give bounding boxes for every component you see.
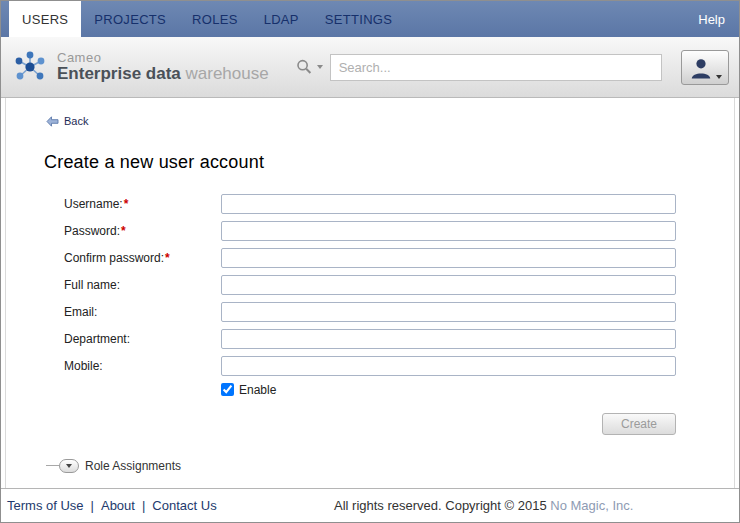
company-name: No Magic, Inc. (550, 498, 633, 513)
mobile-label: Mobile: (64, 359, 221, 373)
link-separator: | (142, 498, 145, 513)
role-assignments-toggle-button[interactable] (59, 459, 79, 473)
tab-users[interactable]: USERS (9, 1, 81, 37)
search-input[interactable] (330, 54, 662, 81)
email-label: Email: (64, 305, 221, 319)
form-row: Username:* (64, 194, 734, 214)
contact-us-link[interactable]: Contact Us (152, 498, 216, 513)
enable-label: Enable (239, 383, 276, 397)
actions-row: Create (64, 413, 676, 435)
tab-roles[interactable]: ROLES (179, 1, 251, 37)
new-user-form: Username:* Password:* Confirm password:*… (64, 194, 734, 435)
department-label: Department: (64, 332, 221, 346)
department-input[interactable] (221, 329, 676, 349)
form-row: Department: (64, 329, 734, 349)
role-assignments-label: Role Assignments (85, 459, 181, 473)
enable-checkbox[interactable] (221, 383, 234, 396)
form-row: Full name: (64, 275, 734, 295)
required-mark: * (165, 251, 170, 265)
search-caret-icon (317, 65, 323, 69)
brand-logo: Cameo Enterprise data warehouse (11, 48, 269, 86)
create-button[interactable]: Create (602, 413, 676, 435)
main-content: Back Create a new user account Username:… (5, 98, 735, 488)
form-row: Password:* (64, 221, 734, 241)
about-link[interactable]: About (101, 498, 135, 513)
required-mark: * (124, 197, 129, 211)
app-window: USERS PROJECTS ROLES LDAP SETTINGS Help (0, 0, 740, 523)
confirm-password-input[interactable] (221, 248, 676, 268)
footer-links: Terms of Use | About | Contact Us (7, 498, 217, 513)
copyright-text: All rights reserved. Copyright © 2015 No… (334, 498, 633, 513)
user-avatar-icon (689, 56, 713, 79)
help-link[interactable]: Help (684, 1, 739, 37)
copyright-notice: All rights reserved. Copyright © 2015 (334, 498, 547, 513)
full-name-label: Full name: (64, 278, 221, 292)
brand-name: Cameo (57, 51, 269, 65)
brand-text: Cameo Enterprise data warehouse (57, 51, 269, 82)
full-name-input[interactable] (221, 275, 676, 295)
search-area (295, 54, 662, 81)
username-input[interactable] (221, 194, 676, 214)
username-label: Username:* (64, 197, 221, 211)
form-row: Email: (64, 302, 734, 322)
tab-settings[interactable]: SETTINGS (312, 1, 405, 37)
link-separator: | (91, 498, 94, 513)
terms-of-use-link[interactable]: Terms of Use (7, 498, 84, 513)
top-nav: USERS PROJECTS ROLES LDAP SETTINGS Help (1, 1, 739, 37)
tab-projects[interactable]: PROJECTS (81, 1, 179, 37)
header-banner: Cameo Enterprise data warehouse (1, 37, 739, 98)
email-input[interactable] (221, 302, 676, 322)
tab-ldap[interactable]: LDAP (251, 1, 312, 37)
password-input[interactable] (221, 221, 676, 241)
confirm-password-label: Confirm password:* (64, 251, 221, 265)
user-menu-button[interactable] (681, 50, 729, 85)
expand-caret-icon (66, 464, 72, 468)
brand-product-light: warehouse (181, 64, 269, 83)
back-label: Back (64, 115, 88, 127)
enable-row: Enable (221, 383, 734, 397)
password-label: Password:* (64, 224, 221, 238)
divider-line (46, 465, 59, 466)
brand-product-strong: Enterprise data (57, 64, 181, 83)
required-mark: * (121, 224, 126, 238)
back-link[interactable]: Back (46, 115, 88, 127)
back-arrow-icon (46, 116, 59, 127)
form-row: Mobile: (64, 356, 734, 376)
brand-product: Enterprise data warehouse (57, 65, 269, 83)
user-menu-caret-icon (716, 75, 722, 79)
footer: Terms of Use | About | Contact Us All ri… (1, 488, 739, 522)
molecule-logo-icon (11, 48, 49, 86)
search-scope-button[interactable] (295, 58, 323, 76)
form-row: Confirm password:* (64, 248, 734, 268)
mobile-input[interactable] (221, 356, 676, 376)
role-assignments-section: Role Assignments (46, 459, 734, 473)
page-title: Create a new user account (44, 152, 734, 173)
search-icon (295, 58, 313, 76)
